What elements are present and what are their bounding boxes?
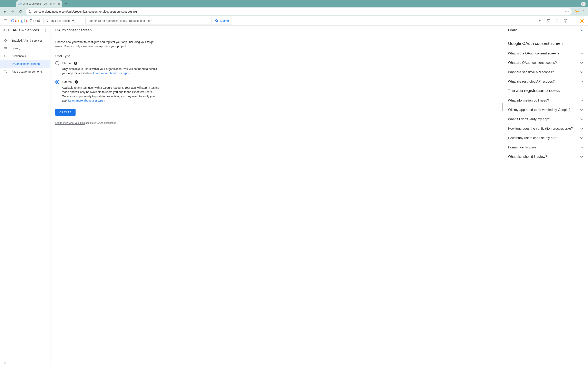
browser-toolbar: console.cloud.google.com/apis/credential… (0, 7, 588, 16)
help-icon[interactable]: ? (74, 62, 77, 65)
sidebar-item-oauth-consent[interactable]: OAuth consent screen (0, 60, 50, 68)
svg-point-18 (565, 21, 566, 22)
learn-item[interactable]: What if I don't verify my app? (508, 115, 583, 124)
consent-icon (3, 62, 7, 66)
radio-internal[interactable]: Internal ? (55, 61, 160, 65)
radio-label-external: External (62, 80, 72, 83)
back-button[interactable] (2, 9, 7, 14)
sidebar-item-label: Enabled APIs & services (11, 39, 43, 42)
reload-button[interactable] (18, 9, 23, 14)
internal-description: Only available to users within your orga… (62, 67, 160, 75)
radio-label-internal: Internal (62, 62, 71, 65)
tabs-dropdown-button[interactable] (581, 2, 586, 6)
sidebar-item-credentials[interactable]: Credentials (0, 52, 50, 60)
svg-line-15 (217, 21, 218, 22)
sidebar-item-enabled-apis[interactable]: Enabled APIs & services (0, 37, 50, 44)
svg-line-22 (580, 19, 581, 19)
svg-point-14 (215, 19, 218, 22)
notifications-button[interactable] (555, 19, 559, 23)
create-button[interactable]: CREATE (55, 109, 76, 116)
svg-point-12 (48, 20, 49, 20)
sidebar-item-page-usage[interactable]: Page usage agreements (0, 68, 50, 75)
svg-line-9 (575, 13, 576, 13)
content-panel: OAuth consent screen Choose how you want… (51, 26, 503, 367)
user-type-heading: User Type (55, 54, 160, 58)
sparkle-icon (538, 19, 542, 23)
learn-item[interactable]: How many users can use my app? (508, 133, 583, 143)
enabled-apis-icon (3, 39, 7, 42)
star-icon (565, 10, 569, 13)
learn-item[interactable]: What are sensitive API scopes? (508, 67, 583, 77)
learn-item[interactable]: What else should I review? (508, 152, 583, 161)
sidebar-item-label: Library (11, 47, 20, 50)
new-tab-button[interactable]: + (65, 1, 67, 6)
cloud-shell-button[interactable] (546, 19, 550, 23)
feedback-link[interactable]: Let us know what you think (55, 122, 85, 125)
collapse-sidebar-button[interactable] (0, 359, 50, 367)
nav-menu-button[interactable] (3, 18, 8, 23)
collapse-right-icon (579, 29, 583, 32)
pin-button[interactable] (44, 29, 47, 32)
browser-tab[interactable]: API APIs & Services – My First Pr ✕ (16, 0, 62, 7)
learn-item[interactable]: What are OAuth consent scopes? (508, 58, 583, 67)
bell-icon (555, 19, 559, 23)
project-picker[interactable]: My First Project (43, 18, 76, 24)
learn-more-internal-link[interactable]: Learn more about user type⇗ (93, 72, 130, 75)
chevron-down-icon (580, 128, 583, 129)
gemini-button[interactable] (538, 19, 542, 23)
svg-point-13 (47, 21, 48, 22)
learn-panel: Learn Google OAuth consent screen What i… (503, 26, 588, 367)
chevron-down-icon (580, 156, 583, 158)
hamburger-icon (3, 18, 8, 23)
external-description: Available to any test user with a Google… (62, 86, 160, 103)
google-cloud-logo[interactable]: Google Cloud (11, 18, 40, 23)
chevron-down-icon (580, 100, 583, 101)
app-header: Google Cloud My First Project Search (/)… (0, 16, 588, 26)
help-icon[interactable]: ? (75, 80, 78, 83)
sidebar-item-label: Page usage agreements (11, 70, 43, 73)
radio-external[interactable]: External ? (55, 80, 160, 84)
search-input[interactable]: Search (/) for resources, docs, products… (86, 17, 212, 24)
project-name: My First Project (51, 19, 70, 22)
forward-button[interactable] (10, 9, 15, 14)
account-avatar[interactable] (579, 18, 585, 24)
chevron-down-icon (580, 62, 583, 64)
chevron-down-icon (580, 118, 583, 120)
learn-more-external-link[interactable]: Learn more about user type⇗ (68, 99, 105, 102)
radio-button-external[interactable] (55, 80, 60, 84)
address-bar[interactable]: console.cloud.google.com/apis/credential… (26, 8, 572, 15)
svg-point-19 (581, 20, 583, 22)
tab-favicon: API (18, 2, 22, 6)
svg-point-2 (576, 11, 577, 12)
sidebar-item-library[interactable]: Library (0, 44, 50, 52)
chevron-down-icon (580, 71, 583, 73)
tab-title: APIs & Services – My First Pr (23, 2, 56, 5)
collapse-learn-button[interactable] (579, 29, 583, 32)
close-icon[interactable]: ✕ (58, 2, 60, 6)
chevron-down-icon (580, 147, 583, 148)
svg-point-0 (29, 10, 30, 11)
chevron-down-icon (582, 3, 584, 4)
sidebar-title: APIs & Services (13, 28, 41, 33)
help-button[interactable] (563, 19, 568, 23)
learn-item[interactable]: What information do I need? (508, 96, 583, 105)
bookmark-button[interactable] (565, 10, 569, 13)
svg-line-10 (578, 10, 578, 11)
url-text: console.cloud.google.com/apis/credential… (34, 10, 563, 13)
pin-icon (44, 29, 47, 32)
learn-item[interactable]: What are restricted API scopes? (508, 77, 583, 86)
more-options-button[interactable]: ⋮ (572, 19, 575, 22)
radio-button-internal[interactable] (55, 61, 60, 65)
learn-item[interactable]: Domain verification (508, 143, 583, 152)
learn-item[interactable]: Will my app need to be verified by Googl… (508, 105, 583, 115)
learn-item[interactable]: How long does the verification process t… (508, 124, 583, 133)
search-button[interactable]: Search (212, 17, 232, 24)
browser-menu-button[interactable]: ⋮ (582, 9, 586, 14)
search-placeholder: Search (/) for resources, docs, products… (88, 19, 152, 22)
external-link-icon: ⇗ (129, 72, 130, 75)
scrollbar-thumb[interactable] (502, 103, 503, 111)
site-settings-icon[interactable] (29, 10, 32, 13)
api-badge: API (3, 28, 10, 32)
learn-item[interactable]: What is the OAuth consent screen? (508, 49, 583, 58)
extension-icon[interactable] (575, 9, 579, 14)
